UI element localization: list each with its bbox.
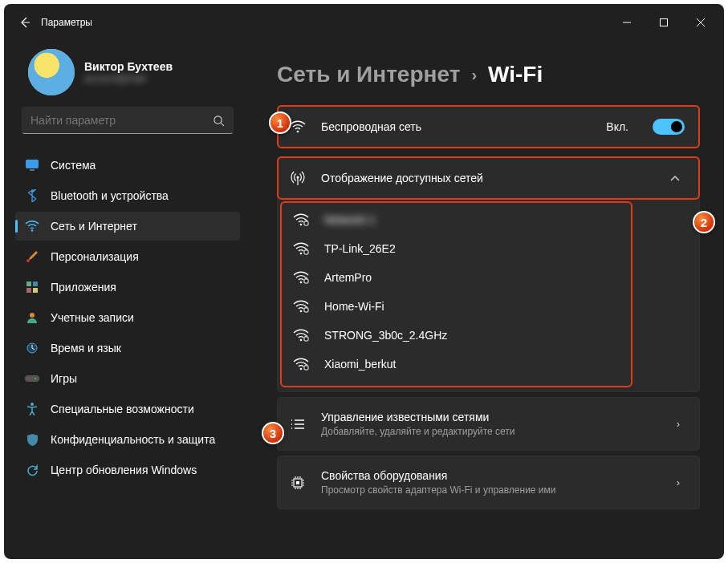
- wifi-icon: [289, 120, 307, 133]
- wifi-toggle-title: Беспроводная сеть: [321, 120, 592, 133]
- wifi-toggle-state: Вкл.: [606, 120, 628, 133]
- wifi-lock-icon: [292, 242, 310, 255]
- sidebar-item-6[interactable]: Время и язык: [15, 334, 240, 363]
- sidebar: Виктор Бухтеев account@mail СистемаBluet…: [4, 41, 245, 559]
- svg-rect-5: [26, 282, 31, 286]
- clock-icon: [25, 341, 39, 355]
- main-content: Сеть и Интернет › Wi-Fi Беспроводная сет…: [245, 41, 724, 559]
- window-controls: [608, 10, 719, 35]
- wifi-toggle-card[interactable]: Беспроводная сеть Вкл.: [277, 105, 700, 148]
- sidebar-item-label: Время и язык: [51, 342, 121, 354]
- svg-rect-0: [661, 19, 668, 26]
- chevron-right-icon: ›: [672, 418, 685, 430]
- svg-point-25: [300, 339, 303, 342]
- svg-rect-11: [25, 375, 39, 382]
- sidebar-item-label: Игры: [51, 372, 77, 385]
- svg-rect-2: [26, 160, 39, 168]
- network-item[interactable]: TP-Link_26E2: [281, 234, 632, 263]
- sidebar-item-9[interactable]: Конфиденциальность и защита: [15, 425, 240, 454]
- svg-rect-6: [33, 282, 38, 286]
- sidebar-item-1[interactable]: Bluetooth и устройства: [15, 181, 240, 210]
- svg-rect-24: [304, 308, 308, 312]
- wifi-lock-icon: [292, 329, 310, 342]
- user-email: account@mail: [84, 73, 173, 84]
- back-button[interactable]: [9, 8, 41, 37]
- svg-rect-26: [304, 337, 308, 341]
- shield-icon: [25, 432, 39, 447]
- sidebar-item-3[interactable]: Персонализация: [15, 242, 240, 271]
- search-box[interactable]: [22, 107, 234, 134]
- svg-rect-28: [304, 366, 308, 370]
- svg-point-12: [28, 378, 30, 379]
- settings-window: 1 2 3 Параметры Виктор Бухтеев account@m…: [4, 4, 724, 559]
- svg-point-15: [297, 131, 299, 133]
- svg-point-4: [26, 259, 30, 262]
- list-icon: [289, 419, 307, 430]
- svg-point-3: [31, 229, 33, 231]
- chip-icon: [289, 476, 307, 490]
- network-name: Xiaomi_berkut: [324, 358, 397, 371]
- search-icon: [213, 115, 225, 127]
- available-networks-header[interactable]: Отображение доступных сетей: [278, 157, 699, 199]
- wifi-lock-icon: [292, 300, 310, 313]
- sidebar-item-label: Специальные возможности: [51, 403, 194, 415]
- svg-rect-8: [33, 288, 38, 293]
- chevron-up-icon: [665, 175, 685, 181]
- gamepad-icon: [25, 371, 39, 386]
- svg-rect-7: [26, 288, 31, 293]
- sidebar-item-7[interactable]: Игры: [15, 364, 240, 393]
- network-item[interactable]: Xiaomi_berkut: [281, 350, 632, 379]
- sidebar-item-5[interactable]: Учетные записи: [15, 303, 240, 332]
- known-networks-sub: Добавляйте, удаляйте и редактируйте сети: [321, 426, 657, 437]
- chevron-right-icon: ›: [471, 66, 477, 84]
- hardware-properties-card[interactable]: Свойства оборудования Просмотр свойств а…: [277, 456, 700, 509]
- known-networks-card[interactable]: Управление известными сетями Добавляйте,…: [277, 397, 700, 451]
- sidebar-item-2[interactable]: Сеть и Интернет: [15, 212, 240, 241]
- callout-2: 2: [693, 211, 715, 233]
- wifi-lock-icon: [292, 213, 310, 226]
- window-title: Параметры: [41, 17, 92, 28]
- broadcast-icon: [289, 170, 307, 186]
- wifi-lock-icon: [292, 271, 310, 284]
- network-name: STRONG_3b0c_2.4GHz: [324, 329, 447, 342]
- brush-icon: [25, 249, 39, 264]
- network-name: Home-Wi-Fi: [324, 300, 384, 313]
- sidebar-item-label: Сеть и Интернет: [51, 220, 137, 233]
- wifi-toggle[interactable]: [653, 119, 685, 135]
- network-item[interactable]: Home-Wi-Fi: [281, 292, 632, 321]
- sidebar-item-label: Система: [51, 159, 96, 172]
- bluetooth-icon: [25, 188, 39, 203]
- sidebar-item-8[interactable]: Специальные возможности: [15, 395, 240, 423]
- user-name: Виктор Бухтеев: [84, 60, 173, 73]
- close-button[interactable]: [682, 10, 719, 35]
- minimize-button[interactable]: [608, 10, 645, 35]
- svg-point-19: [300, 253, 303, 255]
- accessibility-icon: [25, 402, 39, 416]
- search-input[interactable]: [31, 114, 213, 127]
- nav-list: СистемаBluetooth и устройстваСеть и Инте…: [15, 147, 240, 485]
- sidebar-item-label: Центр обновления Windows: [51, 464, 197, 476]
- breadcrumb-parent[interactable]: Сеть и Интернет: [277, 62, 460, 87]
- chevron-right-icon: ›: [672, 476, 685, 488]
- svg-point-1: [214, 115, 222, 123]
- sidebar-item-0[interactable]: Система: [15, 151, 240, 180]
- svg-rect-30: [296, 481, 299, 484]
- maximize-button[interactable]: [645, 10, 682, 35]
- titlebar: Параметры: [4, 4, 724, 41]
- wifi-lock-icon: [292, 358, 310, 371]
- sidebar-item-10[interactable]: Центр обновления Windows: [15, 456, 240, 484]
- available-networks-card: Отображение доступных сетей Network-1TP-…: [277, 156, 700, 392]
- network-item[interactable]: ArtemPro: [281, 263, 632, 292]
- user-account[interactable]: Виктор Бухтеев account@mail: [15, 46, 240, 103]
- svg-rect-20: [304, 250, 308, 254]
- svg-point-21: [300, 282, 303, 284]
- network-item[interactable]: STRONG_3b0c_2.4GHz: [281, 321, 632, 350]
- network-item[interactable]: Network-1: [281, 205, 632, 234]
- svg-point-14: [31, 403, 34, 406]
- hardware-title: Свойства оборудования: [321, 469, 657, 482]
- wifi-icon: [25, 219, 39, 233]
- breadcrumb-current: Wi-Fi: [488, 62, 543, 87]
- callout-1: 1: [269, 111, 291, 134]
- sidebar-item-4[interactable]: Приложения: [15, 273, 240, 302]
- update-icon: [25, 463, 39, 477]
